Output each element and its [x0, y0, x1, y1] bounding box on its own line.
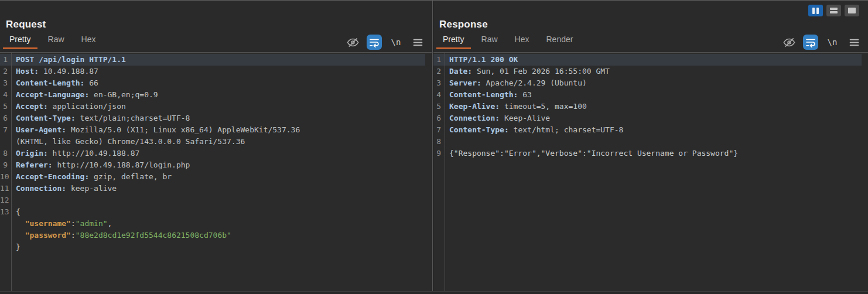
- response-panel: Response Pretty Raw Hex Render: [433, 1, 868, 294]
- line-number: 5: [433, 101, 443, 112]
- line-number: 6: [433, 112, 443, 124]
- request-tab-raw[interactable]: Raw: [42, 32, 71, 49]
- code-text: {: [9, 206, 425, 218]
- code-text: Server: Apache/2.4.29 (Ubuntu): [443, 77, 862, 89]
- code-text: Keep-Alive: timeout=5, max=100: [443, 101, 862, 112]
- response-panel-header: Response Pretty Raw Hex Render: [433, 1, 868, 52]
- line-number: 13: [0, 206, 9, 218]
- code-text: Connection: keep-alive: [9, 183, 425, 194]
- line-number: 12: [0, 194, 9, 206]
- line-number: [0, 230, 9, 241]
- code-text: Content-Length: 66: [9, 77, 425, 89]
- code-text: [443, 136, 862, 148]
- code-line[interactable]: 7Content-Type: text/html; charset=UTF-8: [433, 124, 862, 136]
- response-title: Response: [433, 1, 868, 30]
- code-text: Origin: http://10.49.188.87: [9, 148, 425, 159]
- code-text: User-Agent: Mozilla/5.0 (X11; Linux x86_…: [9, 124, 425, 136]
- newline-toggle-icon[interactable]: \n: [388, 35, 404, 50]
- line-number: 3: [0, 77, 9, 89]
- code-text: "username":"admin",: [9, 218, 425, 230]
- line-number: 2: [0, 66, 9, 77]
- code-line[interactable]: 3Server: Apache/2.4.29 (Ubuntu): [433, 77, 862, 89]
- response-tab-pretty[interactable]: Pretty: [436, 32, 471, 49]
- code-line[interactable]: 9{"Response":"Error","Verbose":"Incorrec…: [433, 148, 862, 159]
- code-line[interactable]: 8: [433, 136, 862, 148]
- code-line[interactable]: 3Content-Length: 66: [0, 77, 425, 89]
- word-wrap-icon[interactable]: [367, 35, 382, 50]
- menu-icon[interactable]: [846, 35, 862, 50]
- code-line[interactable]: 5Accept: application/json: [0, 101, 425, 112]
- request-tab-pretty[interactable]: Pretty: [3, 32, 37, 49]
- response-tab-raw[interactable]: Raw: [475, 32, 504, 49]
- response-tab-render[interactable]: Render: [540, 32, 580, 49]
- response-tab-hex[interactable]: Hex: [508, 32, 536, 49]
- layout-rows-button[interactable]: [826, 5, 841, 16]
- code-line[interactable]: 12: [0, 194, 425, 206]
- code-line[interactable]: 10Accept-Encoding: gzip, deflate, br: [0, 171, 425, 183]
- line-number: [0, 241, 9, 253]
- code-line[interactable]: 8Origin: http://10.49.188.87: [0, 148, 425, 159]
- line-number: 9: [0, 159, 9, 171]
- code-text: Content-Length: 63: [443, 89, 862, 101]
- code-line[interactable]: "password":"88e2d8cd1e92fd5544c8621508cd…: [0, 230, 425, 241]
- response-editor[interactable]: 1HTTP/1.1 200 OK2Date: Sun, 01 Feb 2026 …: [433, 52, 868, 294]
- code-line[interactable]: 4Content-Length: 63: [433, 89, 862, 101]
- code-line[interactable]: 9Referer: http://10.49.188.87/login.php: [0, 159, 425, 171]
- line-number: 11: [0, 183, 9, 194]
- code-text: {"Response":"Error","Verbose":"Incorrect…: [443, 148, 862, 159]
- line-number: [0, 136, 9, 148]
- line-number: 9: [433, 148, 443, 159]
- line-number: [0, 218, 9, 230]
- code-line[interactable]: 1HTTP/1.1 200 OK: [433, 54, 862, 66]
- eye-off-icon[interactable]: [345, 35, 360, 50]
- columns-icon: [812, 8, 815, 14]
- code-text: Connection: Keep-Alive: [443, 112, 862, 124]
- code-text: Host: 10.49.188.87: [9, 66, 425, 77]
- panels-container: Request Pretty Raw Hex: [0, 1, 868, 294]
- request-tab-hex[interactable]: Hex: [75, 32, 102, 49]
- code-line[interactable]: 4Accept-Language: en-GB,en;q=0.9: [0, 89, 425, 101]
- request-panel: Request Pretty Raw Hex: [0, 1, 432, 294]
- line-number: 7: [0, 124, 9, 136]
- line-number: 8: [433, 136, 443, 148]
- rows-icon: [830, 8, 838, 13]
- line-number: 1: [433, 54, 443, 66]
- code-line[interactable]: 7User-Agent: Mozilla/5.0 (X11; Linux x86…: [0, 124, 425, 136]
- code-line[interactable]: 6Connection: Keep-Alive: [433, 112, 862, 124]
- menu-icon[interactable]: [410, 35, 425, 50]
- code-text: (KHTML, like Gecko) Chrome/143.0.0.0 Saf…: [9, 136, 425, 148]
- response-toolbar: \n: [781, 35, 862, 50]
- columns-icon: [816, 8, 819, 14]
- code-text: Accept-Language: en-GB,en;q=0.9: [9, 89, 425, 101]
- code-line[interactable]: 5Keep-Alive: timeout=5, max=100: [433, 101, 862, 112]
- line-number: 4: [0, 89, 9, 101]
- code-text: Accept-Encoding: gzip, deflate, br: [9, 171, 425, 183]
- code-line[interactable]: "username":"admin",: [0, 218, 425, 230]
- code-text: }: [9, 241, 425, 253]
- line-number: 7: [433, 124, 443, 136]
- layout-single-button[interactable]: [845, 5, 859, 16]
- code-line[interactable]: 1POST /api/login HTTP/1.1: [0, 54, 425, 66]
- code-line[interactable]: (KHTML, like Gecko) Chrome/143.0.0.0 Saf…: [0, 136, 425, 148]
- line-number: 1: [0, 54, 9, 66]
- layout-columns-button[interactable]: [808, 5, 823, 16]
- code-line[interactable]: 13{: [0, 206, 425, 218]
- line-number: 2: [433, 66, 443, 77]
- word-wrap-icon[interactable]: [803, 35, 818, 50]
- code-text: HTTP/1.1 200 OK: [443, 54, 862, 66]
- code-line[interactable]: }: [0, 241, 425, 253]
- request-toolbar: \n: [345, 35, 425, 50]
- code-line[interactable]: 6Content-Type: text/plain;charset=UTF-8: [0, 112, 425, 124]
- line-number: 6: [0, 112, 9, 124]
- line-number: 10: [0, 171, 9, 183]
- code-line[interactable]: 2Date: Sun, 01 Feb 2026 16:55:00 GMT: [433, 66, 862, 77]
- layout-controls: [808, 5, 859, 16]
- eye-off-icon[interactable]: [781, 35, 797, 50]
- single-pane-icon: [848, 8, 856, 13]
- newline-toggle-icon[interactable]: \n: [825, 35, 840, 50]
- message-editor-window: Request Pretty Raw Hex: [0, 0, 868, 294]
- code-line[interactable]: 2Host: 10.49.188.87: [0, 66, 425, 77]
- code-line[interactable]: 11Connection: keep-alive: [0, 183, 425, 194]
- code-text: Content-Type: text/plain;charset=UTF-8: [9, 112, 425, 124]
- request-editor[interactable]: 1POST /api/login HTTP/1.12Host: 10.49.18…: [0, 52, 432, 294]
